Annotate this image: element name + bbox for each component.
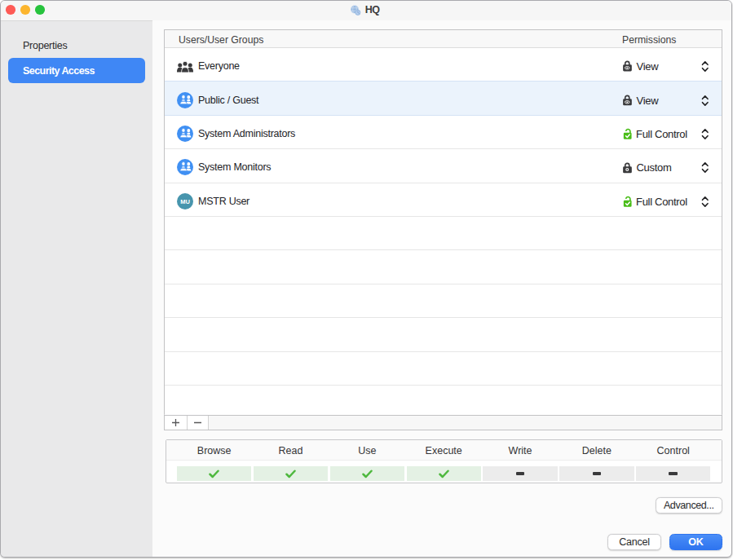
svg-text:MU: MU: [180, 198, 190, 205]
